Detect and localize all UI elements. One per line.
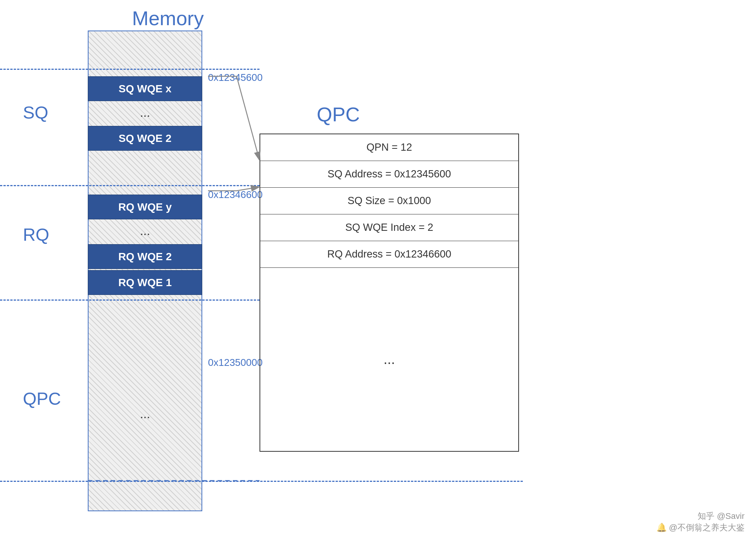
qpc-row-sq-size: SQ Size = 0x1000: [260, 188, 518, 214]
dashed-line-3: [0, 299, 260, 301]
qpc-dots-mem: ...: [88, 404, 202, 423]
rq-label: RQ: [23, 224, 49, 245]
memory-title: Memory: [107, 7, 229, 30]
sq-label: SQ: [23, 102, 48, 123]
qpc-row-sq-wqe-index: SQ WQE Index = 2: [260, 214, 518, 241]
rq-wqe-y-block: RQ WQE y: [88, 195, 202, 219]
dashed-line-2: [0, 185, 260, 186]
qpc-row-sq-addr: SQ Address = 0x12345600: [260, 161, 518, 188]
sq-wqe-x-block: SQ WQE x: [88, 76, 202, 101]
qpc-label: QPC: [23, 388, 61, 409]
rq-wqe-2-block: RQ WQE 2: [88, 244, 202, 269]
qpc-row-qpn: QPN = 12: [260, 134, 518, 161]
watermark: 知乎 @Savir 🔔 @不倒翁之养夫大鉴: [656, 510, 745, 533]
sq-wqe-2-block: SQ WQE 2: [88, 126, 202, 151]
addr-label-2: 0x12346600: [208, 189, 263, 201]
rq-dots-block: ...: [88, 221, 202, 240]
rq-wqe-1-block: RQ WQE 1: [88, 270, 202, 295]
addr-label-1: 0x12345600: [208, 72, 263, 84]
dashed-line-1: [0, 69, 260, 70]
watermark-line1: 知乎 @Savir: [656, 510, 745, 522]
dashed-line-4: [0, 481, 523, 482]
qpc-bottom-dots: ...: [260, 268, 518, 451]
watermark-line2: 🔔 @不倒翁之养夫大鉴: [656, 522, 745, 533]
qpc-box: QPN = 12 SQ Address = 0x12345600 SQ Size…: [260, 134, 519, 452]
qpc-row-rq-addr: RQ Address = 0x12346600: [260, 241, 518, 268]
qpc-title: QPC: [317, 103, 360, 126]
addr-label-3: 0x12350000: [208, 357, 263, 369]
diagram-container: Memory SQ WQE x ... SQ WQE 2 RQ WQE y ..…: [0, 0, 756, 541]
sq-dots-block: ...: [88, 103, 202, 122]
